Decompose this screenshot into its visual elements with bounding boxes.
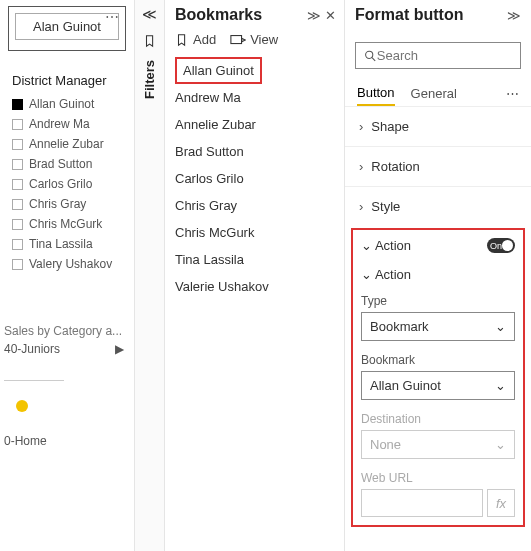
slicer-item[interactable]: Chris Gray (12, 194, 134, 214)
destination-select: None ⌄ (361, 430, 515, 459)
checkbox-icon (12, 259, 23, 270)
chevron-right-icon: › (359, 159, 363, 174)
chevron-down-icon: ⌄ (495, 378, 506, 393)
chevron-right-icon: ▶ (115, 342, 124, 356)
checkbox-icon (12, 139, 23, 150)
section-action-header[interactable]: ⌄ Action (361, 238, 411, 253)
chevron-down-icon: ⌄ (361, 238, 372, 253)
destination-label: Destination (361, 412, 515, 426)
type-select[interactable]: Bookmark ⌄ (361, 312, 515, 341)
checkbox-icon (12, 159, 23, 170)
slicer-title: District Manager (12, 73, 124, 88)
slicer-item[interactable]: Valery Ushakov (12, 254, 134, 274)
web-url-input (361, 489, 483, 517)
bookmark-item[interactable]: Carlos Grilo (175, 165, 344, 192)
bookmark-label: Bookmark (361, 353, 515, 367)
button-visual-label: Alan Guinot (15, 13, 119, 40)
bookmark-view-button[interactable]: View (230, 32, 278, 47)
format-pane: Format button ≫ Button General ⋯ ›Shape … (345, 0, 531, 551)
tab-general[interactable]: General (411, 82, 457, 105)
chevron-down-icon: ⌄ (361, 267, 372, 282)
bookmarks-pane: Bookmarks ≫ ✕ Add View Allan Guinot Andr… (165, 0, 345, 551)
slicer-item[interactable]: Allan Guinot (12, 94, 134, 114)
action-section-highlighted: ⌄ Action On ⌄ Action Type Bookmark ⌄ Boo… (351, 228, 525, 527)
search-input[interactable] (377, 48, 512, 63)
filters-pane-label[interactable]: Filters (142, 60, 157, 99)
chart-dot-icon (16, 400, 28, 412)
checkbox-icon (12, 219, 23, 230)
slicer-item[interactable]: Brad Sutton (12, 154, 134, 174)
bookmark-add-icon (175, 33, 189, 47)
expand-pane-icon[interactable]: ≪ (142, 6, 157, 22)
slicer-item[interactable]: Andrew Ma (12, 114, 134, 134)
bookmark-add-button[interactable]: Add (175, 32, 216, 47)
hierarchy-row[interactable]: 40-Juniors ▶ (0, 338, 134, 360)
more-options-icon[interactable]: ⋯ (506, 86, 519, 101)
visual-options-icon[interactable]: ⋯ (105, 9, 119, 25)
slicer-list: Allan Guinot Andrew Ma Annelie Zubar Bra… (12, 94, 134, 274)
bookmarks-title: Bookmarks (175, 6, 262, 24)
checkbox-icon (12, 239, 23, 250)
bookmark-item[interactable]: Valerie Ushakov (175, 273, 344, 300)
format-search[interactable] (355, 42, 521, 69)
fx-button[interactable]: fx (487, 489, 515, 517)
bookmark-item[interactable]: Chris McGurk (175, 219, 344, 246)
section-rotation[interactable]: ›Rotation (345, 146, 531, 186)
search-icon (364, 49, 377, 63)
web-url-label: Web URL (361, 471, 515, 485)
format-pane-title: Format button (355, 6, 463, 24)
visual-title-truncated: Sales by Category a... (4, 324, 134, 338)
chevron-down-icon: ⌄ (495, 437, 506, 452)
bookmark-view-icon (230, 33, 246, 47)
chevron-right-icon: › (359, 119, 363, 134)
pop-out-icon[interactable]: ≫ (307, 8, 321, 23)
section-action-sub[interactable]: ⌄ Action (361, 267, 515, 282)
chevron-right-icon: › (359, 199, 363, 214)
bookmark-item[interactable]: Tina Lassila (175, 246, 344, 273)
bookmark-item-selected[interactable]: Allan Guinot (175, 57, 262, 84)
section-shape[interactable]: ›Shape (345, 106, 531, 146)
action-toggle[interactable]: On (487, 238, 515, 253)
checkbox-icon (12, 119, 23, 130)
checkbox-icon (12, 99, 23, 110)
svg-line-2 (372, 57, 375, 60)
slicer-item[interactable]: Tina Lassila (12, 234, 134, 254)
mini-chart (4, 360, 134, 430)
hierarchy-row[interactable]: 0-Home (0, 430, 134, 452)
svg-point-1 (366, 51, 373, 58)
chevron-down-icon: ⌄ (495, 319, 506, 334)
close-icon[interactable]: ✕ (325, 8, 336, 23)
slicer-item[interactable]: Carlos Grilo (12, 174, 134, 194)
filters-pane-collapsed: ≪ Filters (135, 0, 165, 551)
report-button-visual[interactable]: ⋯ Alan Guinot (8, 6, 126, 51)
checkbox-icon (12, 179, 23, 190)
tab-button[interactable]: Button (357, 81, 395, 106)
pop-out-icon[interactable]: ≫ (507, 8, 521, 23)
bookmark-item[interactable]: Annelie Zubar (175, 111, 344, 138)
bookmark-item[interactable]: Brad Sutton (175, 138, 344, 165)
type-label: Type (361, 294, 515, 308)
svg-rect-0 (231, 35, 242, 43)
slicer-item[interactable]: Annelie Zubar (12, 134, 134, 154)
bookmark-icon[interactable] (143, 34, 157, 48)
slicer-item[interactable]: Chris McGurk (12, 214, 134, 234)
bookmark-item[interactable]: Andrew Ma (175, 84, 344, 111)
bookmark-select[interactable]: Allan Guinot ⌄ (361, 371, 515, 400)
bookmark-item[interactable]: Chris Gray (175, 192, 344, 219)
section-style[interactable]: ›Style (345, 186, 531, 226)
checkbox-icon (12, 199, 23, 210)
bookmark-list: Allan Guinot Andrew Ma Annelie Zubar Bra… (165, 57, 344, 300)
